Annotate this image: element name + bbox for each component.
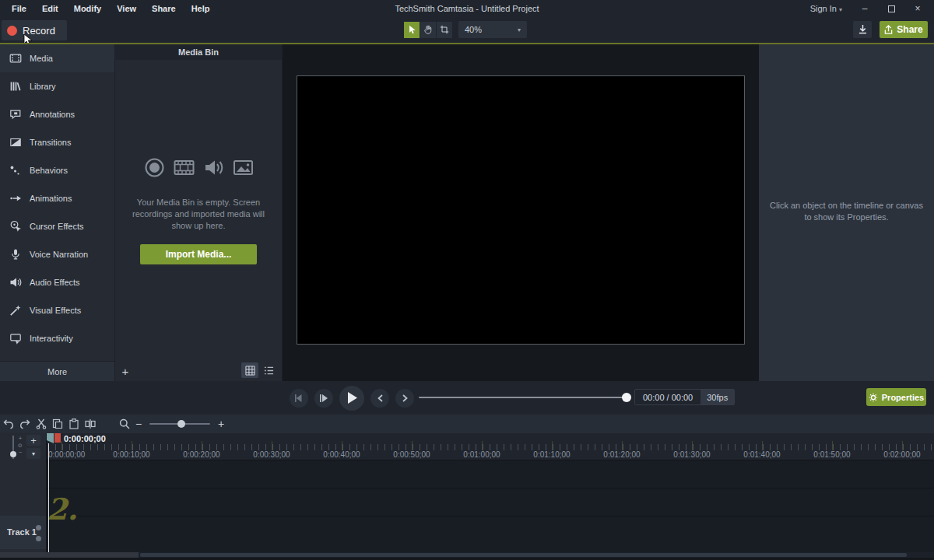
playhead-in-flag[interactable]	[47, 433, 54, 443]
undo-button[interactable]	[1, 416, 16, 432]
timeline-zoom-in-button[interactable]: +	[215, 418, 227, 430]
playback-progress-slider[interactable]	[419, 397, 627, 398]
playback-slider-knob[interactable]	[622, 393, 631, 402]
ruler-minor-ticks	[48, 444, 934, 450]
timeline-zoom-button[interactable]	[117, 416, 132, 432]
track-lock-icon[interactable]	[36, 536, 41, 541]
sidebar-item-behaviors[interactable]: Behaviors	[0, 156, 114, 184]
menu-view[interactable]: View	[110, 2, 143, 16]
chevron-down-icon: ▾	[518, 26, 521, 33]
redo-icon	[19, 418, 30, 429]
properties-hint: Click an object on the timeline or canva…	[768, 200, 925, 224]
properties-panel: Click an object on the timeline or canva…	[759, 44, 934, 381]
sidebar-more-button[interactable]: More	[0, 361, 114, 381]
restore-icon	[888, 5, 895, 12]
playhead-time: 0:00:00;00	[64, 434, 106, 443]
cut-button[interactable]	[33, 416, 49, 432]
sidebar-item-cursor-effects[interactable]: Cursor Effects	[0, 212, 114, 240]
canvas-zoom-dropdown[interactable]: 40% ▾	[458, 21, 527, 38]
download-icon	[859, 25, 867, 34]
close-button[interactable]: ×	[906, 2, 929, 16]
timeline-toolbar: − +	[0, 415, 934, 433]
sidebar-item-transitions[interactable]: Transitions	[0, 128, 114, 156]
collapse-tracks-button[interactable]: ▾	[26, 448, 40, 459]
sidebar-item-library[interactable]: Library	[0, 72, 114, 100]
prev-frame-button[interactable]	[290, 389, 308, 408]
grid-view-button[interactable]	[241, 362, 258, 378]
sidebar-item-voice-narration[interactable]: Voice Narration	[0, 240, 114, 268]
list-view-icon	[264, 366, 274, 376]
ruler-timestamp: 0:01:50;00	[813, 450, 850, 459]
ruler-timestamp: 0:01:20;00	[603, 450, 640, 459]
sidebar-item-label: Media	[30, 54, 53, 63]
sidebar-item-animations[interactable]: Animations	[0, 184, 114, 212]
prev-clip-button[interactable]	[370, 389, 389, 408]
prev-frame-icon	[295, 394, 303, 402]
sidebar-item-annotations[interactable]: Annotations	[0, 100, 114, 128]
canvas-stage[interactable]	[283, 44, 759, 381]
menu-modify[interactable]: Modify	[67, 2, 108, 16]
crop-tool-button[interactable]	[437, 22, 452, 38]
ruler-timestamp: 0:00:30;00	[253, 450, 290, 459]
track-height-knob[interactable]	[10, 451, 16, 457]
playhead[interactable]	[47, 433, 61, 444]
playhead-out-flag[interactable]	[54, 433, 61, 443]
track-1-label: Track 1	[7, 527, 37, 537]
playhead-line[interactable]	[48, 443, 49, 552]
audio-effects-icon	[9, 276, 22, 289]
sidebar-item-label: Interactivity	[30, 334, 73, 343]
copy-button[interactable]	[50, 416, 65, 432]
time-display-group: 00:00 / 00:00 30fps	[634, 389, 735, 405]
hscroll-thumb[interactable]	[140, 553, 907, 557]
menu-edit[interactable]: Edit	[35, 2, 65, 16]
ruler-timestamp: 0:01:40;00	[743, 450, 780, 459]
play-button[interactable]	[339, 386, 364, 411]
redo-button[interactable]	[17, 416, 33, 432]
track-height-slider[interactable]	[12, 436, 14, 459]
track-1-header[interactable]: Track 1	[0, 516, 46, 549]
record-button[interactable]: Record	[2, 20, 67, 40]
cursor-effects-icon	[9, 220, 22, 233]
track-visibility-icon[interactable]	[36, 525, 41, 530]
ruler-timestamp: 0:00:40;00	[323, 450, 360, 459]
sidebar-item-media[interactable]: Media	[0, 44, 114, 72]
import-media-button[interactable]: Import Media...	[140, 244, 257, 264]
restore-button[interactable]	[880, 2, 903, 16]
properties-button[interactable]: Properties	[866, 388, 926, 406]
sidebar-item-audio-effects[interactable]: Audio Effects	[0, 268, 114, 296]
sidebar-item-label: Library	[30, 82, 56, 91]
sign-in-button[interactable]: Sign In ▾	[802, 4, 850, 13]
split-button[interactable]	[83, 416, 98, 432]
export-local-button[interactable]	[853, 21, 872, 38]
menu-file[interactable]: File	[5, 2, 33, 16]
sidebar-item-interactivity[interactable]: Interactivity	[0, 324, 114, 352]
menu-help[interactable]: Help	[184, 2, 217, 16]
chevron-down-icon: ▾	[839, 6, 842, 13]
animations-icon	[9, 192, 22, 205]
media-bin-title: Media Bin	[115, 44, 282, 60]
speaker-icon	[203, 157, 224, 178]
timeline-gutter: +⊙− + ▾ Track 1	[0, 433, 47, 552]
timeline-zoom-out-button[interactable]: −	[132, 418, 145, 430]
share-button[interactable]: Share	[880, 21, 928, 38]
menu-share[interactable]: Share	[145, 2, 183, 16]
next-clip-button[interactable]	[395, 389, 414, 408]
add-track-button[interactable]: +	[26, 435, 40, 446]
timeline-zoom-slider[interactable]	[149, 423, 210, 425]
ruler-timestamp: 0:00:50;00	[393, 450, 430, 459]
sidebar-item-visual-effects[interactable]: Visual Effects	[0, 296, 114, 324]
select-tool-button[interactable]	[404, 22, 420, 38]
pan-tool-button[interactable]	[420, 22, 436, 38]
timeline-hscrollbar[interactable]	[0, 552, 934, 558]
copy-icon	[52, 418, 63, 429]
minimize-button[interactable]: –	[853, 2, 876, 16]
paste-button[interactable]	[66, 416, 82, 432]
video-canvas[interactable]	[297, 75, 745, 345]
voice-narration-icon	[9, 248, 22, 261]
list-view-button[interactable]	[260, 362, 277, 378]
timeline[interactable]: 0:00:00;000:00:10;000:00:20;000:00:30;00…	[0, 433, 934, 552]
step-forward-button[interactable]	[314, 389, 333, 408]
ruler-timestamp: 0:00:20;00	[183, 450, 219, 459]
timeline-zoom-knob[interactable]	[177, 420, 185, 428]
hscroll-gutter	[0, 552, 139, 558]
